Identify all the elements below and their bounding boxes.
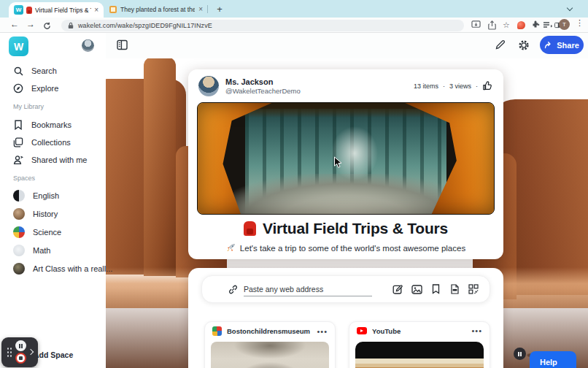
collection-subtitle: Let's take a trip to some of the world's… [240,244,465,253]
compass-icon [13,83,23,93]
youtube-thumbnail [355,342,484,368]
collection-stats: 13 items · 3 views · [414,80,493,91]
space-label: English [33,191,59,200]
add-space-button[interactable]: Add Space [34,350,73,359]
collection-card: Ms. Jackson @WakeletTeacherDemo 13 items… [188,69,503,259]
sidebar-space-math[interactable]: Math [13,244,50,257]
sidebar-item-shared-with-me[interactable]: Shared with me [13,153,87,166]
space-avatar [13,190,25,202]
expand-recorder-chevron-icon[interactable] [28,349,34,355]
settings-gear-icon[interactable] [518,39,530,54]
tab-close-icon[interactable]: × [198,5,203,13]
stop-recording-button[interactable] [15,353,26,364]
tab-search-chevron-icon[interactable] [567,5,573,11]
tab-active-wakelet[interactable]: W Virtual Field Trips & Tours - × [9,2,104,18]
space-avatar [13,208,25,220]
sidebar-item-label: Explore [31,84,58,93]
space-label: Science [33,228,61,237]
space-label: History [33,210,58,218]
author-name[interactable]: Ms. Jackson [225,77,301,88]
pause-recording-button[interactable] [15,340,26,351]
chrome-menu-icon[interactable]: ⋮ [576,18,584,28]
stats-dot: · [443,83,445,90]
sidebar-item-search[interactable]: Search [13,64,57,77]
tab-strip: W Virtual Field Trips & Tours - × They p… [0,0,588,18]
app-sidebar: W Search Explore My Library Bookmarks Co… [0,33,106,368]
install-app-icon[interactable] [470,19,481,31]
pdf-upload-icon[interactable] [449,283,460,295]
compose-text-icon[interactable] [392,283,403,295]
space-avatar [13,245,25,256]
share-page-icon[interactable] [486,19,498,31]
tab-separator [207,5,208,13]
item-card-youtube[interactable]: YouTube ••• [349,321,490,368]
recorder-camera-bubble[interactable] [514,348,526,360]
item-card-museum[interactable]: Bostonchildrensmuseum ••• [204,321,336,368]
composer-icons [392,283,479,295]
extensions-puzzle-icon[interactable] [530,19,541,31]
tab-inactive-article[interactable]: They planted a forest at the ed × [109,4,203,15]
sidebar-item-label: Search [31,66,57,75]
image-upload-icon[interactable] [411,283,422,295]
tab-title: Virtual Field Trips & Tours - [35,7,91,14]
add-item-composer [201,275,490,303]
share-button[interactable]: Share [540,36,584,54]
person-icon [13,155,23,165]
sidebar-space-english[interactable]: English [13,189,59,202]
rocket-emoji-icon [226,243,236,253]
sidebar-space-history[interactable]: History [13,207,58,221]
forward-button[interactable]: → [26,19,35,29]
sidebar-item-collections[interactable]: Collections [13,136,71,149]
items-count: 13 items [414,83,438,90]
sidebar-space-science[interactable]: Science [13,226,61,239]
sidebar-item-explore[interactable]: Explore [13,82,58,95]
share-button-label: Share [557,41,579,50]
user-avatar[interactable] [82,39,94,52]
chrome-profile-avatar[interactable]: T [559,19,570,30]
sidebar-item-label: Bookmarks [31,120,71,129]
backpack-emoji-icon [26,7,32,14]
cover-vignette [198,103,494,214]
bookmark-add-icon[interactable] [430,283,441,295]
wakelet-logo[interactable]: W [9,37,28,56]
collection-subtitle-row: Let's take a trip to some of the world's… [188,243,503,253]
reload-button[interactable] [41,20,53,31]
card-menu-icon[interactable]: ••• [471,326,482,335]
paste-url-input[interactable] [244,282,372,296]
backpack-emoji-icon [244,221,256,236]
mouse-cursor [333,156,343,169]
help-button[interactable]: Help [530,351,576,368]
bookmark-star-icon[interactable]: ☆ [500,19,512,31]
cover-image-tent-camping[interactable] [197,102,495,215]
adblock-extension-icon[interactable] [515,19,527,31]
sidebar-item-bookmarks[interactable]: Bookmarks [13,118,71,131]
card-header: Bostonchildrensmuseum ••• [205,322,335,340]
views-count: 3 views [449,83,471,90]
screen-recorder-widget[interactable] [1,337,38,367]
app-topbar: Share [106,33,588,58]
drag-handle-icon[interactable] [7,347,12,357]
card-header: YouTube ••• [349,322,490,339]
space-label: Art Class with a reall... [33,264,112,273]
link-icon [228,285,238,294]
like-thumb-icon[interactable] [482,80,493,91]
card-menu-icon[interactable]: ••• [317,327,328,336]
back-button[interactable]: ← [10,19,19,29]
card-source-name: Bostonchildrensmuseum [227,327,312,335]
tab-close-icon[interactable]: × [94,6,98,14]
apps-grid-icon[interactable] [468,283,479,295]
library-section-heading: My Library [13,103,44,110]
museum-favicon [212,326,222,336]
sidebar-space-art-class[interactable]: Art Class with a reall... [13,262,112,275]
search-icon [13,66,23,76]
collapse-sidebar-icon[interactable] [117,39,128,53]
tab-title: They planted a forest at the ed [120,6,195,13]
author-handle[interactable]: @WakeletTeacherDemo [225,87,301,95]
lock-icon [68,22,74,29]
edit-pencil-icon[interactable] [495,39,506,53]
address-bar[interactable]: wakelet.com/wake/spzgIDED9FgNIL17INzvE [61,20,464,31]
url-text: wakelet.com/wake/spzgIDED9FgNIL17INzvE [78,22,212,29]
author-avatar[interactable] [198,76,219,96]
bookmark-icon [13,120,23,130]
new-tab-button[interactable]: + [213,2,226,15]
